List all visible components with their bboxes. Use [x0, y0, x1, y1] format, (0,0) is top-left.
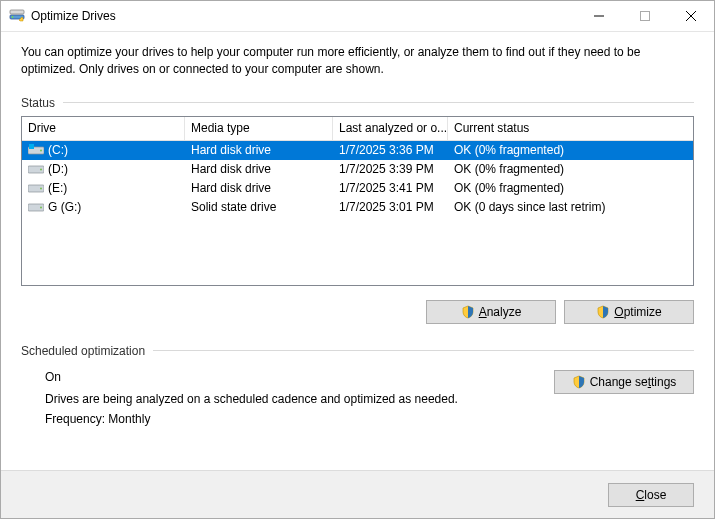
- footer: Close: [1, 470, 714, 518]
- close-window-button[interactable]: [668, 1, 714, 31]
- minimize-button[interactable]: [576, 1, 622, 31]
- col-last-analyzed[interactable]: Last analyzed or o...: [333, 117, 448, 140]
- svg-rect-4: [641, 12, 650, 21]
- scheduled-desc: Drives are being analyzed on a scheduled…: [45, 392, 554, 406]
- drive-name: (C:): [48, 143, 68, 157]
- svg-point-2: [12, 16, 14, 18]
- cell-current-status: OK (0% fragmented): [448, 181, 693, 195]
- scheduled-section-label: Scheduled optimization: [21, 344, 694, 358]
- drive-name: (E:): [48, 181, 67, 195]
- cell-drive: (E:): [22, 181, 185, 195]
- shield-icon: [596, 305, 610, 319]
- cell-current-status: OK (0 days since last retrim): [448, 200, 693, 214]
- drive-name: (D:): [48, 162, 68, 176]
- col-media-type[interactable]: Media type: [185, 117, 333, 140]
- optimize-label: ptimize: [624, 305, 662, 319]
- scheduled-label: Scheduled optimization: [21, 344, 145, 358]
- cell-media-type: Hard disk drive: [185, 162, 333, 176]
- svg-point-13: [40, 188, 42, 190]
- app-icon: [9, 8, 25, 24]
- drive-icon: [28, 163, 44, 175]
- cell-drive: (C:): [22, 143, 185, 157]
- col-current-status[interactable]: Current status: [448, 117, 693, 140]
- drive-icon: [28, 201, 44, 213]
- status-section-label: Status: [21, 96, 694, 110]
- cell-current-status: OK (0% fragmented): [448, 143, 693, 157]
- analyze-label: nalyze: [487, 305, 522, 319]
- scheduled-frequency: Frequency: Monthly: [45, 412, 554, 426]
- table-row[interactable]: (C:)Hard disk drive1/7/2025 3:36 PMOK (0…: [22, 141, 693, 160]
- drive-icon: [28, 182, 44, 194]
- shield-icon: [572, 375, 586, 389]
- close-label: lose: [644, 488, 666, 502]
- drive-icon: [28, 144, 44, 156]
- table-row[interactable]: (E:)Hard disk drive1/7/2025 3:41 PMOK (0…: [22, 179, 693, 198]
- window-title: Optimize Drives: [31, 9, 576, 23]
- cell-media-type: Solid state drive: [185, 200, 333, 214]
- maximize-button: [622, 1, 668, 31]
- cell-last-analyzed: 1/7/2025 3:36 PM: [333, 143, 448, 157]
- cell-current-status: OK (0% fragmented): [448, 162, 693, 176]
- change-settings-button[interactable]: Change settings: [554, 370, 694, 394]
- drives-table[interactable]: Drive Media type Last analyzed or o... C…: [21, 116, 694, 286]
- table-row[interactable]: G (G:)Solid state drive1/7/2025 3:01 PMO…: [22, 198, 693, 217]
- table-row[interactable]: (D:)Hard disk drive1/7/2025 3:39 PMOK (0…: [22, 160, 693, 179]
- cell-media-type: Hard disk drive: [185, 143, 333, 157]
- svg-point-15: [40, 207, 42, 209]
- svg-rect-8: [29, 144, 34, 149]
- title-bar: Optimize Drives: [1, 1, 714, 32]
- cell-media-type: Hard disk drive: [185, 181, 333, 195]
- svg-rect-1: [10, 10, 24, 14]
- shield-icon: [461, 305, 475, 319]
- description-text: You can optimize your drives to help you…: [21, 44, 694, 78]
- cell-drive: (D:): [22, 162, 185, 176]
- cell-last-analyzed: 1/7/2025 3:41 PM: [333, 181, 448, 195]
- cell-drive: G (G:): [22, 200, 185, 214]
- svg-point-9: [40, 150, 42, 152]
- table-header[interactable]: Drive Media type Last analyzed or o... C…: [22, 117, 693, 141]
- drive-name: G (G:): [48, 200, 81, 214]
- close-button[interactable]: Close: [608, 483, 694, 507]
- status-label: Status: [21, 96, 55, 110]
- col-drive[interactable]: Drive: [22, 117, 185, 140]
- optimize-button[interactable]: Optimize: [564, 300, 694, 324]
- scheduled-state: On: [45, 370, 554, 384]
- cell-last-analyzed: 1/7/2025 3:01 PM: [333, 200, 448, 214]
- analyze-button[interactable]: Analyze: [426, 300, 556, 324]
- svg-point-11: [40, 169, 42, 171]
- cell-last-analyzed: 1/7/2025 3:39 PM: [333, 162, 448, 176]
